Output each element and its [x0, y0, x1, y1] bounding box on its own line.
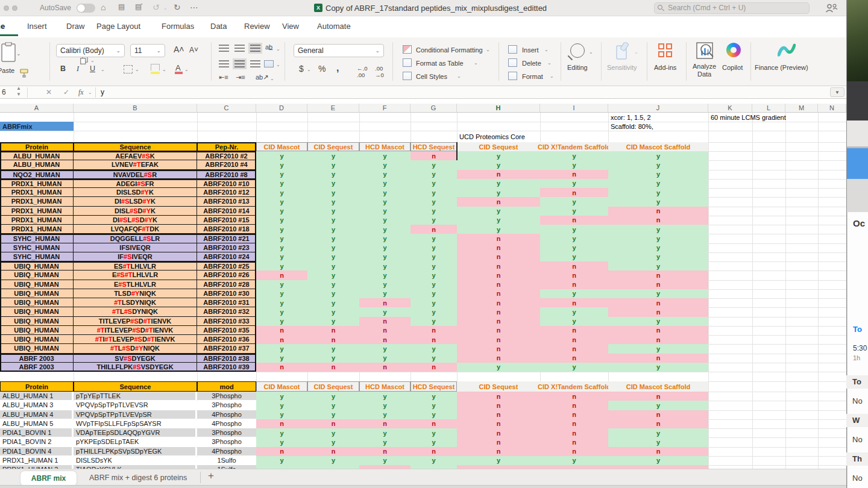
result-cell-y[interactable]: y — [457, 225, 540, 234]
cell-protein[interactable]: UBIQ_HUMAN — [0, 317, 74, 326]
result-cell-y[interactable]: y — [608, 363, 708, 372]
cell-sequence[interactable]: TLSD#YNIQK — [74, 289, 197, 298]
result-cell-n[interactable]: n — [359, 465, 410, 469]
result-cell-y[interactable]: y — [608, 317, 708, 326]
result-cell-y[interactable]: y — [256, 392, 307, 401]
result-cell-y[interactable]: y — [256, 465, 307, 469]
cell-pep-nr[interactable]: ABRF2010 #4 — [197, 160, 256, 169]
result-cell-y[interactable]: y — [307, 428, 359, 437]
grow-font-button[interactable]: A˄ — [174, 45, 184, 54]
result-cell-y[interactable]: y — [359, 207, 410, 216]
cell-protein[interactable]: PRDX1_HUMAN — [0, 179, 74, 188]
result-cell-n[interactable]: n — [307, 419, 359, 428]
font-size-select[interactable]: 11⌄ — [130, 44, 165, 57]
cell-sequence[interactable]: DISL#SD#YK — [74, 207, 197, 216]
column-header-I[interactable]: I — [540, 104, 608, 113]
currency-icon[interactable]: $ — [299, 64, 304, 74]
method-header-HCD Sequest[interactable]: HCD Sequest — [410, 381, 457, 392]
cell-sequence[interactable]: #TL#SDYNIQK — [74, 307, 197, 316]
result-cell-n[interactable]: n — [256, 363, 307, 372]
cell-sequence[interactable]: DQGGELL#SLR — [74, 234, 197, 243]
result-cell-n[interactable]: n — [359, 317, 410, 326]
cell-pep-nr[interactable]: ABRF2010 #38 — [197, 354, 256, 363]
cell-sequence[interactable]: NVAVDEL#SR — [74, 170, 197, 179]
cell-pep-nr[interactable]: ABRF2010 #33 — [197, 317, 256, 326]
cell-mod[interactable]: 1Sulfo — [197, 465, 256, 469]
result-cell-n[interactable]: n — [540, 465, 608, 469]
cell-sequence[interactable]: #TITLEVEP#SD#TIENVK — [74, 326, 197, 335]
cell-sequence[interactable]: IF#SIVEQR — [74, 252, 197, 261]
conditional-formatting-label[interactable]: Conditional Formatting — [416, 46, 483, 54]
finance-icon[interactable] — [778, 43, 796, 58]
cell-protein[interactable]: PRDX1_HUMAN 1 — [0, 456, 73, 465]
result-cell-n[interactable]: n — [608, 280, 708, 289]
table-header-Pep-Nr.[interactable]: Pep-Nr. — [197, 142, 256, 151]
increase-decimal-icon[interactable]: ←.0.00 — [357, 65, 367, 78]
name-box-spinner-down[interactable]: ▼ — [16, 92, 21, 97]
cell-mod[interactable]: 3Phospho — [197, 392, 256, 401]
cell-lcms-note[interactable]: 60 minute LCMS gradient — [708, 113, 805, 122]
cell-sequence[interactable]: VPQVpSpTPpTLVEVSR — [74, 401, 197, 410]
result-cell-n[interactable]: n — [256, 326, 307, 335]
result-cell-n[interactable]: n — [359, 419, 410, 428]
result-cell-y[interactable]: y — [608, 197, 708, 206]
result-cell-n[interactable]: n — [540, 419, 608, 428]
result-cell-y[interactable]: y — [410, 188, 457, 197]
sheet-tab-inactive[interactable]: ABRF mix + digest 6 proteins — [89, 474, 187, 482]
addins-icon[interactable] — [658, 43, 673, 58]
result-cell-n[interactable]: n — [359, 363, 410, 372]
result-cell-y[interactable]: y — [256, 307, 307, 316]
result-cell-n[interactable]: n — [256, 335, 307, 344]
result-cell-n[interactable]: n — [457, 437, 540, 446]
result-cell-n[interactable]: n — [457, 280, 540, 289]
finance-label[interactable]: Finance (Preview) — [755, 64, 808, 71]
cell-sequence[interactable]: DISLSDsYK — [74, 456, 197, 465]
cell-sequence[interactable]: THILLFLPK#SVSDYEGK — [74, 363, 197, 372]
method-header-CID Mascot[interactable]: CID Mascot — [256, 142, 307, 151]
column-header-F[interactable]: F — [359, 104, 410, 113]
result-cell-y[interactable]: y — [256, 456, 307, 465]
table-header-Sequence[interactable]: Sequence — [74, 142, 197, 151]
format-cells-label[interactable]: Format — [522, 73, 543, 80]
result-cell-y[interactable]: y — [256, 160, 307, 169]
result-cell-n[interactable]: n — [359, 326, 410, 335]
orientation-chevron-icon[interactable]: ⌄ — [270, 76, 274, 81]
shrink-font-button[interactable]: A˅ — [189, 46, 198, 54]
align-right-icon[interactable] — [250, 60, 260, 67]
format-painter-icon[interactable] — [20, 69, 29, 78]
result-cell-y[interactable]: y — [410, 197, 457, 206]
result-cell-y[interactable]: y — [457, 216, 540, 225]
result-cell-y[interactable]: y — [359, 188, 410, 197]
align-middle-icon[interactable] — [234, 45, 245, 52]
editing-chevron-icon[interactable]: ⌄ — [589, 49, 593, 55]
analyze-data-label-1[interactable]: Analyze — [693, 63, 716, 70]
result-cell-y[interactable]: y — [608, 243, 708, 252]
result-cell-y[interactable]: y — [256, 401, 307, 410]
cell-protein[interactable]: ALBU_HUMAN 3 — [0, 401, 73, 410]
cell-abrfmix[interactable]: ABRFmix — [0, 122, 74, 131]
result-cell-n[interactable]: n — [410, 419, 457, 428]
decrease-indent-icon[interactable]: ⇤≡ — [219, 74, 228, 81]
result-cell-y[interactable]: y — [359, 410, 410, 419]
result-cell-y[interactable]: y — [410, 354, 457, 363]
result-cell-y[interactable]: y — [256, 437, 307, 446]
result-cell-y[interactable]: y — [410, 307, 457, 316]
wrap-chevron-icon[interactable]: ⌄ — [276, 46, 280, 52]
result-cell-y[interactable]: y — [608, 234, 708, 243]
result-cell-n[interactable]: n — [457, 170, 540, 179]
result-cell-n[interactable]: n — [457, 344, 540, 353]
result-cell-n[interactable]: n — [608, 335, 708, 344]
result-cell-n[interactable]: n — [608, 465, 708, 469]
result-cell-n[interactable]: n — [540, 354, 608, 363]
column-header-H[interactable]: H — [457, 104, 540, 113]
result-cell-n[interactable]: n — [457, 271, 540, 280]
table-header-Protein[interactable]: Protein — [0, 381, 74, 392]
underline-chevron-icon[interactable]: ⌄ — [101, 67, 105, 72]
align-bottom-icon[interactable] — [250, 45, 260, 52]
cell-protein[interactable]: PRDX1_HUMAN — [0, 207, 74, 216]
cell-sequence[interactable]: DISLSD#YK — [74, 188, 197, 197]
result-cell-y[interactable]: y — [307, 160, 359, 169]
tab-data[interactable]: Data — [210, 22, 227, 31]
italic-button[interactable]: I — [77, 64, 79, 74]
result-cell-n[interactable]: n — [457, 261, 540, 271]
